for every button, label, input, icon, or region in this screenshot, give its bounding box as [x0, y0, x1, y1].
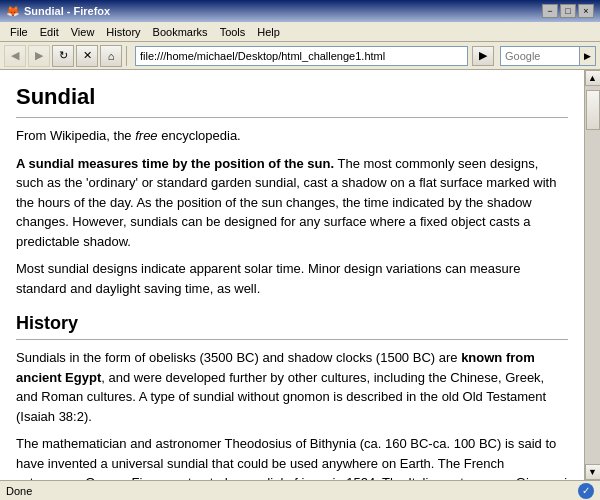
back-button[interactable]: ◀	[4, 45, 26, 67]
status-icon: ✓	[578, 483, 594, 499]
scroll-up-button[interactable]: ▲	[585, 70, 601, 86]
statusbar: Done ✓	[0, 480, 600, 500]
menu-edit[interactable]: Edit	[34, 24, 65, 40]
scrollbar[interactable]: ▲ ▼	[584, 70, 600, 480]
toolbar: ◀ ▶ ↻ ✕ ⌂ ▶ ▶	[0, 42, 600, 70]
forward-button[interactable]: ▶	[28, 45, 50, 67]
scrollbar-track[interactable]	[585, 86, 601, 464]
history-paragraph-1: Sundials in the form of obelisks (3500 B…	[16, 348, 568, 426]
menu-bookmarks[interactable]: Bookmarks	[147, 24, 214, 40]
menu-file[interactable]: File	[4, 24, 34, 40]
titlebar: 🦊 Sundial - Firefox − □ ×	[0, 0, 600, 22]
scroll-down-button[interactable]: ▼	[585, 464, 601, 480]
main-container: Sundial From Wikipedia, the free encyclo…	[0, 70, 600, 480]
search-input[interactable]	[500, 46, 580, 66]
subtitle: From Wikipedia, the free encyclopedia.	[16, 126, 568, 146]
titlebar-title: 🦊 Sundial - Firefox	[6, 5, 110, 18]
history-heading: History	[16, 310, 568, 340]
intro-paragraph: A sundial measures time by the position …	[16, 154, 568, 252]
menubar: File Edit View History Bookmarks Tools H…	[0, 22, 600, 42]
content-area: Sundial From Wikipedia, the free encyclo…	[0, 70, 584, 480]
address-bar: ▶	[135, 46, 494, 66]
menu-view[interactable]: View	[65, 24, 101, 40]
menu-help[interactable]: Help	[251, 24, 286, 40]
address-input[interactable]	[135, 46, 468, 66]
address-go-button[interactable]: ▶	[472, 46, 494, 66]
menu-history[interactable]: History	[100, 24, 146, 40]
titlebar-controls: − □ ×	[542, 4, 594, 18]
history-paragraph-2: The mathematician and astronomer Theodos…	[16, 434, 568, 480]
menu-tools[interactable]: Tools	[214, 24, 252, 40]
maximize-button[interactable]: □	[560, 4, 576, 18]
stop-button[interactable]: ✕	[76, 45, 98, 67]
reload-button[interactable]: ↻	[52, 45, 74, 67]
search-go-button[interactable]: ▶	[580, 46, 596, 66]
search-container: ▶	[500, 46, 596, 66]
close-button[interactable]: ×	[578, 4, 594, 18]
solar-time-paragraph: Most sundial designs indicate apparent s…	[16, 259, 568, 298]
status-text: Done	[6, 485, 32, 497]
home-button[interactable]: ⌂	[100, 45, 122, 67]
toolbar-separator	[126, 46, 127, 66]
page-title: Sundial	[16, 80, 568, 118]
minimize-button[interactable]: −	[542, 4, 558, 18]
titlebar-icon: 🦊	[6, 5, 20, 18]
scrollbar-thumb[interactable]	[586, 90, 600, 130]
